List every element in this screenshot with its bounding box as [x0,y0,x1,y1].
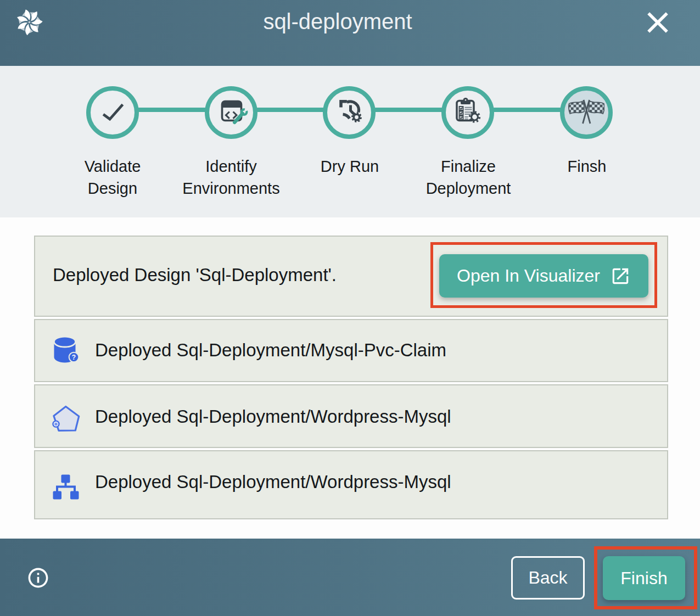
svg-text:?: ? [72,354,76,361]
